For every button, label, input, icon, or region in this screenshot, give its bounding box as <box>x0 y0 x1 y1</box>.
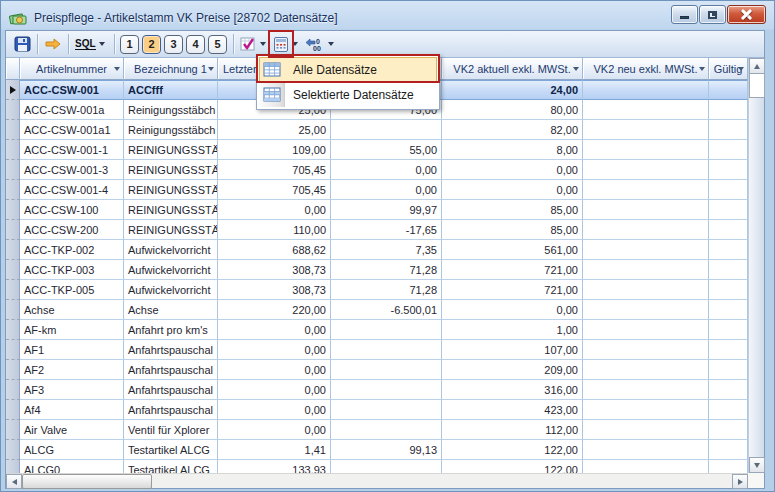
scroll-down-button[interactable] <box>749 457 765 473</box>
cell-vk2-neu[interactable] <box>583 380 709 400</box>
cell-gueltig[interactable] <box>709 100 748 120</box>
cell-bezeichnung[interactable]: Ventil für Xplorer <box>124 420 218 440</box>
cell-col4[interactable] <box>331 400 442 420</box>
cell-vk2-neu[interactable] <box>583 200 709 220</box>
cell-vk2-neu[interactable] <box>583 360 709 380</box>
cell-gueltig[interactable] <box>709 440 748 460</box>
cell-bezeichnung[interactable]: Anfahrtspauschal <box>124 380 218 400</box>
header-cell[interactable]: Gültig <box>709 58 748 80</box>
table-row[interactable]: ACC-CSW-001a1 Reinigungsstäbch 25,00 82,… <box>6 120 748 140</box>
cell-letzter[interactable]: 0,00 <box>218 420 331 440</box>
cell-vk2-aktuell[interactable]: 85,00 <box>442 220 583 240</box>
view-button[interactable]: 3 <box>164 35 183 54</box>
cell-bezeichnung[interactable]: Reinigungsstäbch <box>124 100 218 120</box>
cell-vk2-neu[interactable] <box>583 80 709 100</box>
row-selector[interactable] <box>6 160 20 180</box>
table-row[interactable]: AF2 Anfahrtspauschal 0,00 209,00 <box>6 360 748 380</box>
vertical-scroll-thumb[interactable] <box>749 74 765 98</box>
table-row[interactable]: ACC-TKP-003 Aufwickelvorricht 308,73 71,… <box>6 260 748 280</box>
menu-item[interactable]: Alle Datensätze <box>259 57 437 82</box>
cell-vk2-aktuell[interactable]: 85,00 <box>442 200 583 220</box>
cell-letzter[interactable]: 25,00 <box>218 120 331 140</box>
cell-vk2-aktuell[interactable]: 82,00 <box>442 120 583 140</box>
menu-item[interactable]: Selektierte Datensätze <box>259 82 437 107</box>
row-selector[interactable] <box>6 300 20 320</box>
cell-col4[interactable] <box>331 360 442 380</box>
cell-col4[interactable]: 55,00 <box>331 140 442 160</box>
cell-vk2-aktuell[interactable]: 209,00 <box>442 360 583 380</box>
cell-gueltig[interactable] <box>709 300 748 320</box>
cell-vk2-aktuell[interactable]: 80,00 <box>442 100 583 120</box>
table-row[interactable]: AF3 Anfahrtspauschal 0,00 316,00 <box>6 380 748 400</box>
cell-bezeichnung[interactable]: Aufwickelvorricht <box>124 240 218 260</box>
cell-bezeichnung[interactable]: Testartikel ALCG <box>124 440 218 460</box>
cell-gueltig[interactable] <box>709 420 748 440</box>
cell-letzter[interactable]: 0,00 <box>218 380 331 400</box>
table-row[interactable]: ALCG0 Testartikel ALCG 133,93 122,00 <box>6 460 748 473</box>
cell-col4[interactable]: 71,28 <box>331 260 442 280</box>
cell-col4[interactable]: 99,13 <box>331 440 442 460</box>
cell-vk2-aktuell[interactable]: 24,00 <box>442 80 583 100</box>
row-selector[interactable] <box>6 180 20 200</box>
cell-letzter[interactable]: 0,00 <box>218 360 331 380</box>
cell-artikelnummer[interactable]: Achse <box>20 300 124 320</box>
cell-vk2-neu[interactable] <box>583 280 709 300</box>
cell-vk2-neu[interactable] <box>583 180 709 200</box>
restore-button[interactable] <box>699 5 726 24</box>
cell-artikelnummer[interactable]: AF2 <box>20 360 124 380</box>
row-selector[interactable] <box>6 80 20 100</box>
records-menu-button[interactable] <box>271 33 303 55</box>
cell-vk2-neu[interactable] <box>583 260 709 280</box>
cell-vk2-aktuell[interactable]: 561,00 <box>442 240 583 260</box>
cell-letzter[interactable]: 133,93 <box>218 460 331 473</box>
cell-gueltig[interactable] <box>709 280 748 300</box>
cell-vk2-aktuell[interactable]: 107,00 <box>442 340 583 360</box>
cell-gueltig[interactable] <box>709 200 748 220</box>
cell-gueltig[interactable] <box>709 380 748 400</box>
cell-letzter[interactable]: 705,45 <box>218 160 331 180</box>
header-cell[interactable]: Bezeichnung 1 <box>124 58 218 80</box>
cell-col4[interactable] <box>331 380 442 400</box>
view-button[interactable]: 4 <box>186 35 205 54</box>
scroll-up-button[interactable] <box>749 58 765 74</box>
cell-artikelnummer[interactable]: ACC-TKP-005 <box>20 280 124 300</box>
cell-artikelnummer[interactable]: ACC-CSW-001-1 <box>20 140 124 160</box>
cell-bezeichnung[interactable]: Anfahrtspauschal <box>124 400 218 420</box>
cell-col4[interactable]: 99,97 <box>331 200 442 220</box>
cell-vk2-aktuell[interactable]: 122,00 <box>442 440 583 460</box>
cell-vk2-neu[interactable] <box>583 240 709 260</box>
cell-gueltig[interactable] <box>709 120 748 140</box>
cell-gueltig[interactable] <box>709 80 748 100</box>
row-selector[interactable] <box>6 340 20 360</box>
cell-col4[interactable]: -17,65 <box>331 220 442 240</box>
cell-bezeichnung[interactable]: Aufwickelvorricht <box>124 280 218 300</box>
cell-letzter[interactable]: 0,00 <box>218 340 331 360</box>
cell-bezeichnung[interactable]: REINIGUNGSSTÄ <box>124 220 218 240</box>
cell-letzter[interactable]: 688,62 <box>218 240 331 260</box>
row-selector[interactable] <box>6 120 20 140</box>
cell-col4[interactable]: 71,28 <box>331 280 442 300</box>
cell-gueltig[interactable] <box>709 220 748 240</box>
cell-artikelnummer[interactable]: ACC-TKP-003 <box>20 260 124 280</box>
cell-vk2-aktuell[interactable]: 0,00 <box>442 300 583 320</box>
cell-bezeichnung[interactable]: Reinigungsstäbch <box>124 120 218 140</box>
row-selector[interactable] <box>6 260 20 280</box>
cell-artikelnummer[interactable]: ALCG <box>20 440 124 460</box>
table-row[interactable]: Air Valve Ventil für Xplorer 0,00 112,00 <box>6 420 748 440</box>
row-selector[interactable] <box>6 460 20 473</box>
sql-button[interactable]: SQL <box>73 33 110 55</box>
cell-bezeichnung[interactable]: Anfahrtspauschal <box>124 360 218 380</box>
cell-vk2-aktuell[interactable]: 8,00 <box>442 140 583 160</box>
cell-artikelnummer[interactable]: Af4 <box>20 400 124 420</box>
scroll-left-button[interactable] <box>6 474 22 489</box>
cell-gueltig[interactable] <box>709 400 748 420</box>
cell-vk2-neu[interactable] <box>583 140 709 160</box>
cell-gueltig[interactable] <box>709 160 748 180</box>
header-cell[interactable]: VK2 neu exkl. MWSt. <box>583 58 709 80</box>
cell-artikelnummer[interactable]: AF-km <box>20 320 124 340</box>
cell-letzter[interactable]: 1,41 <box>218 440 331 460</box>
cell-vk2-neu[interactable] <box>583 320 709 340</box>
sort-arrow-icon[interactable] <box>699 67 705 71</box>
header-cell[interactable]: Artikelnummer <box>20 58 124 80</box>
table-row[interactable]: Achse Achse 220,00 -6.500,01 0,00 <box>6 300 748 320</box>
